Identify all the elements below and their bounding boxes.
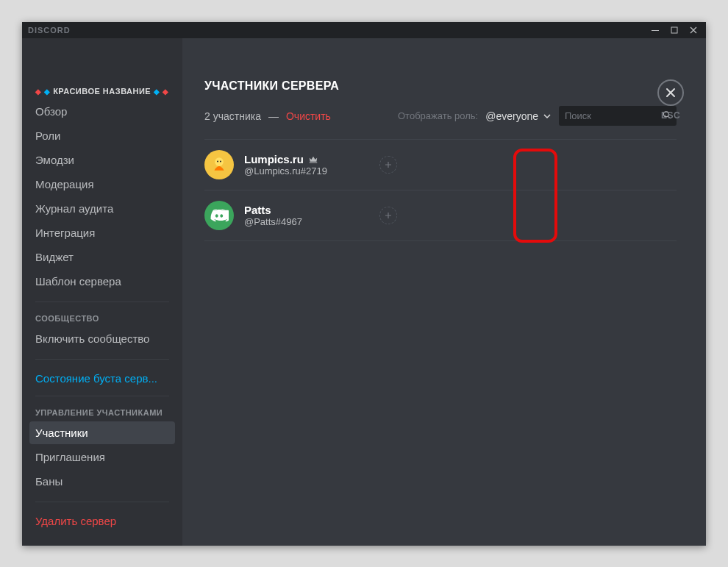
member-info: Patts@Patts#4967 xyxy=(244,204,354,227)
sidebar-item-s1-0[interactable]: Обзор xyxy=(29,100,175,123)
discord-logo-icon xyxy=(210,206,229,225)
settings-sidebar: ◆ ◆ КРАСИВОЕ НАЗВАНИЕ ◆ ◆ ОбзорРолиЭмодз… xyxy=(22,38,182,546)
sidebar-divider xyxy=(35,359,169,360)
maximize-button[interactable] xyxy=(665,22,684,38)
page-title: УЧАСТНИКИ СЕРВЕРА xyxy=(204,79,677,93)
close-icon xyxy=(689,26,698,35)
clear-filter-button[interactable]: Очистить xyxy=(286,110,331,122)
plus-icon xyxy=(385,161,392,168)
esc-label: ESC xyxy=(661,110,680,121)
diamond-icon: ◆ xyxy=(163,88,169,96)
sidebar-item-s1-4[interactable]: Журнал аудита xyxy=(29,197,175,220)
window-controls xyxy=(646,22,703,38)
svg-point-4 xyxy=(217,160,218,162)
sidebar-divider xyxy=(35,302,169,302)
diamond-icon: ◆ xyxy=(44,88,51,96)
server-name-header: ◆ ◆ КРАСИВОЕ НАЗВАНИЕ ◆ ◆ xyxy=(29,82,175,100)
member-count: 2 участника xyxy=(204,110,261,122)
member-info: Lumpics.ru@Lumpics.ru#2719 xyxy=(244,153,354,176)
minimize-button[interactable] xyxy=(646,22,665,38)
sidebar-item-s1-3[interactable]: Модерация xyxy=(29,173,175,196)
sidebar-section-community: СООБЩЕСТВО xyxy=(29,310,175,327)
chevron-down-icon xyxy=(543,112,552,121)
role-filter-value: @everyone xyxy=(485,110,538,122)
sidebar-item-s1-7[interactable]: Шаблон сервера xyxy=(29,270,175,293)
maximize-icon xyxy=(670,26,679,35)
plus-icon xyxy=(385,212,392,219)
member-name: Lumpics.ru xyxy=(244,153,354,165)
add-role-button[interactable] xyxy=(379,156,397,174)
avatar xyxy=(204,150,234,179)
svg-rect-1 xyxy=(671,27,677,33)
sidebar-item-boost-status[interactable]: Состояние буста серв... xyxy=(29,367,175,387)
sidebar-item-s3-0[interactable]: Участники xyxy=(29,421,175,444)
sidebar-item-s3-2[interactable]: Баны xyxy=(29,470,175,493)
sidebar-item-s3-1[interactable]: Приглашения xyxy=(29,446,175,468)
member-list: Lumpics.ru@Lumpics.ru#2719Patts@Patts#49… xyxy=(204,139,677,241)
close-window-button[interactable] xyxy=(684,22,703,38)
app-window: DISCORD ◆ ◆ КРАСИВОЕ НАЗВАНИЕ ◆ ◆ ОбзорР… xyxy=(22,22,706,546)
app-body: ◆ ◆ КРАСИВОЕ НАЗВАНИЕ ◆ ◆ ОбзорРолиЭмодз… xyxy=(22,38,706,546)
sidebar-item-s2-0[interactable]: Включить сообщество xyxy=(29,327,175,350)
crown-icon xyxy=(308,154,318,165)
diamond-icon: ◆ xyxy=(154,88,160,96)
dash-separator: — xyxy=(268,110,279,122)
close-icon xyxy=(665,87,677,99)
server-name-text: КРАСИВОЕ НАЗВАНИЕ xyxy=(53,87,151,96)
add-role-button[interactable] xyxy=(379,207,397,224)
svg-point-5 xyxy=(220,160,221,162)
sidebar-divider xyxy=(35,396,169,396)
member-tag: @Lumpics.ru#2719 xyxy=(244,165,354,176)
avatar xyxy=(204,201,234,230)
close-settings-area: ESC xyxy=(657,79,684,121)
sidebar-item-s1-2[interactable]: Эмодзи xyxy=(29,149,175,171)
content-area: УЧАСТНИКИ СЕРВЕРА 2 участника — Очистить… xyxy=(182,38,706,546)
app-brand: DISCORD xyxy=(28,26,71,35)
sidebar-item-s1-1[interactable]: Роли xyxy=(29,124,175,147)
member-row[interactable]: Lumpics.ru@Lumpics.ru#2719 xyxy=(204,140,677,190)
role-filter-label: Отображать роль: xyxy=(398,110,478,121)
sidebar-item-s1-6[interactable]: Виджет xyxy=(29,246,175,268)
svg-rect-0 xyxy=(652,30,659,31)
sidebar-divider xyxy=(35,502,169,502)
role-filter-select[interactable]: @everyone xyxy=(485,110,552,122)
svg-point-3 xyxy=(215,157,224,166)
minimize-icon xyxy=(651,26,660,35)
sidebar-section-members: УПРАВЛЕНИЕ УЧАСТНИКАМИ xyxy=(29,404,175,421)
sidebar-item-delete-server[interactable]: Удалить сервер xyxy=(29,510,175,529)
member-row[interactable]: Patts@Patts#4967 xyxy=(204,190,677,241)
avatar-image-icon xyxy=(210,155,229,174)
members-toolbar: 2 участника — Очистить Отображать роль: … xyxy=(204,106,677,126)
titlebar: DISCORD xyxy=(22,22,706,38)
member-name: Patts xyxy=(244,204,354,216)
diamond-icon: ◆ xyxy=(35,88,42,96)
close-settings-button[interactable] xyxy=(657,79,684,106)
member-tag: @Patts#4967 xyxy=(244,216,354,227)
sidebar-item-s1-5[interactable]: Интеграция xyxy=(29,221,175,244)
